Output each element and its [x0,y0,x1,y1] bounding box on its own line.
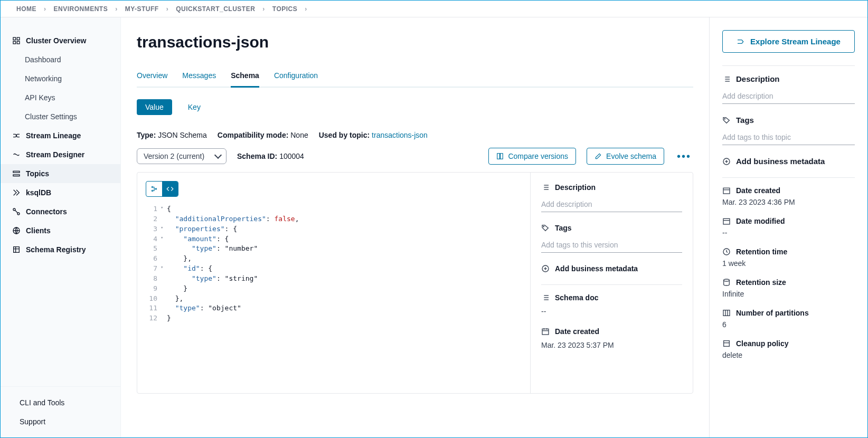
svg-rect-39 [723,188,730,194]
sidebar-item-schema-registry[interactable]: Schema Registry [1,240,120,259]
retention-size-label: Retention size [736,278,786,287]
sidebar-item-stream-designer[interactable]: Stream Designer [1,145,120,164]
crumb-topics[interactable]: TOPICS [272,5,297,13]
evolve-schema-button[interactable]: Evolve schema [587,148,664,165]
sidebar-item-api-keys[interactable]: API Keys [1,88,120,107]
sidebar-item-dashboard[interactable]: Dashboard [1,50,120,69]
divider [541,284,682,285]
svg-point-12 [152,186,153,187]
svg-rect-3 [17,41,20,44]
sidebar-label: CLI and Tools [20,398,64,407]
version-tags-input[interactable] [541,237,682,253]
date-modified-value: -- [722,228,855,237]
crumb-cluster[interactable]: QUICKSTART_CLUSTER [176,5,255,13]
sidebar-item-cluster-overview[interactable]: Cluster Overview [1,31,120,50]
sidebar-item-topics[interactable]: Topics [1,164,120,183]
chevron-right-icon: › [115,5,118,13]
topic-tags-heading: Tags [736,116,754,125]
usedby-link[interactable]: transactions-json [372,131,428,139]
topic-tags-input[interactable] [722,130,855,145]
list-icon [541,183,550,192]
svg-point-14 [155,188,156,189]
crumb-home[interactable]: HOME [16,5,36,13]
schema-doc-heading: Schema doc [555,293,598,302]
version-selector-label: Version 2 (current) [144,152,204,160]
sidebar-item-networking[interactable]: Networking [1,69,120,88]
tab-configuration[interactable]: Configuration [274,67,318,87]
svg-rect-0 [13,37,16,40]
schema-registry-icon [12,245,21,254]
schema-panel: 1▾{2 "additionalProperties": false,3▾ "p… [137,172,693,394]
code-view-toggle[interactable] [162,182,178,196]
sidebar-item-connectors[interactable]: Connectors [1,202,120,221]
tags-heading: Tags [555,224,572,232]
page-title: transactions-json [137,33,693,51]
plus-circle-icon [722,157,731,166]
add-business-metadata-button[interactable]: Add business metadata [722,157,855,166]
tree-view-toggle[interactable] [146,182,162,196]
version-selector[interactable]: Version 2 (current) [137,148,227,164]
main-content: transactions-json Overview Messages Sche… [121,17,709,437]
sidebar-item-clients[interactable]: Clients [1,221,120,240]
sidebar-label: API Keys [25,93,55,102]
list-icon [722,75,731,83]
add-metadata-label: Add business metadata [555,264,638,273]
tab-schema[interactable]: Schema [231,67,259,88]
sidebar-item-support[interactable]: Support [1,412,120,431]
topic-description-input[interactable] [722,89,855,104]
add-business-metadata-button[interactable]: Add business metadata [541,264,682,273]
chevron-right-icon: › [44,5,46,13]
cleanup-icon [722,339,731,348]
explore-stream-lineage-button[interactable]: Explore Stream Lineage [722,30,855,53]
svg-rect-1 [17,37,20,40]
crumb-env-name[interactable]: MY-STUFF [125,5,159,13]
schema-id-label: Schema ID: [237,152,277,160]
sidebar-label: Stream Lineage [26,131,81,140]
connectors-icon [12,207,21,216]
compat-value: None [290,131,308,139]
cleanup-policy-label: Cleanup policy [736,339,789,348]
svg-rect-28 [542,329,549,335]
sidebar-label: Networking [25,74,62,83]
version-description-input[interactable] [541,197,682,212]
tab-overview[interactable]: Overview [137,67,167,87]
chevron-right-icon: › [305,5,307,13]
partitions-value: 6 [722,320,855,329]
schema-json-code[interactable]: 1▾{2 "additionalProperties": false,3▾ "p… [146,204,522,323]
subtab-key[interactable]: Key [180,99,209,115]
sidebar-item-cluster-settings[interactable]: Cluster Settings [1,107,120,126]
topic-description-heading: Description [736,74,780,83]
sidebar-item-cli-tools[interactable]: CLI and Tools [1,393,120,412]
more-actions-button[interactable]: ••• [675,150,693,163]
svg-rect-48 [724,341,730,347]
ksqldb-icon [12,188,21,197]
svg-rect-9 [14,247,20,253]
crumb-environments[interactable]: ENVIRONMENTS [54,5,108,13]
calendar-icon [541,327,550,336]
compare-versions-button[interactable]: Compare versions [488,148,576,165]
cleanup-policy-value: delete [722,351,855,359]
tag-icon [541,224,550,232]
explore-lineage-label: Explore Stream Lineage [750,37,841,46]
lineage-icon [737,37,745,46]
date-modified-label: Date modified [736,217,785,225]
svg-rect-11 [501,154,503,159]
sidebar-label: Support [20,417,45,426]
divider [722,65,855,66]
svg-rect-5 [13,175,20,176]
svg-point-21 [543,226,544,227]
sidebar-item-ksqldb[interactable]: ksqlDB [1,183,120,202]
list-icon [541,293,550,302]
tab-messages[interactable]: Messages [182,67,216,87]
sidebar-label: Cluster Settings [25,112,77,121]
chevron-right-icon: › [262,5,265,13]
evolve-schema-label: Evolve schema [606,152,656,160]
partitions-label: Number of partitions [736,309,809,317]
database-icon [722,278,731,287]
sidebar-label: Schema Registry [26,245,86,254]
tabs: Overview Messages Schema Configuration [137,67,693,88]
sidebar-item-stream-lineage[interactable]: Stream Lineage [1,126,120,145]
tree-icon [150,185,158,193]
clock-icon [722,247,731,256]
subtab-value[interactable]: Value [137,99,172,115]
